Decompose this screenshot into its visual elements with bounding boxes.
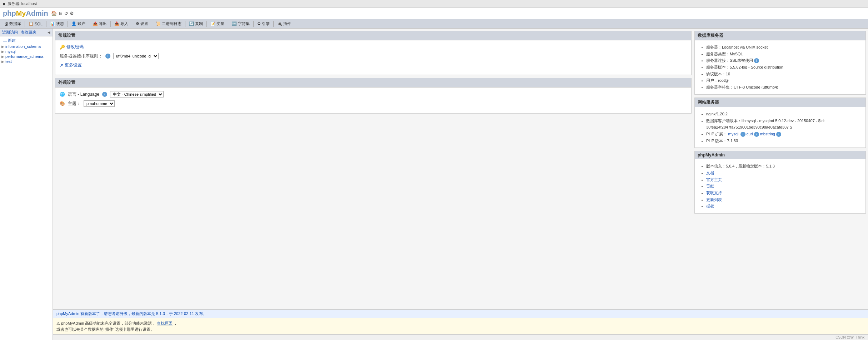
sidebar-toggle[interactable]: ◀ — [48, 30, 50, 34]
more-settings-row: ↗ 更多设置 — [60, 62, 687, 68]
toolbar-label-replicate: 复制 — [195, 21, 203, 26]
phpmyadmin-docs-link[interactable]: 文档 — [706, 171, 714, 175]
toolbar-label-account: 账户 — [78, 21, 85, 26]
app-container: ■ 服务器: localhost phpMyAdmin 🏠 🖥 ↺ ⚙ 🗄 数据… — [0, 0, 868, 340]
db-server-body: 服务器：Localhost via UNIX socket 服务器类型：MySQ… — [695, 40, 865, 94]
phpmyadmin-panel: phpMyAdmin 版本信息：5.0.4，最新稳定版本：5.1.3 文档 官方… — [694, 151, 866, 214]
theme-row: 🎨 主题： pmahomme original — [60, 100, 687, 107]
sidebar-db-item-1[interactable]: ▶ information_schema — [0, 44, 53, 49]
php-ext-mbstring-link[interactable]: mbstring — [760, 132, 775, 136]
warning-area: ⚠ phpMyAdmin 高级功能未完全设置，部分功能未激活， 查找原因 ，或者… — [53, 318, 868, 334]
toolbar-btn-replicate[interactable]: 🔄 复制 — [187, 20, 205, 27]
general-settings-panel: 常规设置 🔑 修改密码 服务器连接排序规则： i — [55, 31, 692, 75]
toolbar-btn-variable[interactable]: 📝 变量 — [208, 20, 226, 27]
reload-icon[interactable]: ↺ — [64, 11, 68, 16]
settings-small-icon[interactable]: ⚙ — [70, 11, 74, 16]
sidebar-favorites-link[interactable]: 表收藏夹 — [21, 30, 36, 35]
database-icon: 🗄 — [4, 22, 8, 26]
warning-link[interactable]: 查找原因 — [157, 321, 173, 325]
sidebar-db-name-1: information_schema — [5, 44, 41, 49]
toolbar-btn-charset[interactable]: 🔤 字符集 — [230, 20, 252, 27]
logo-icons: 🏠 🖥 ↺ ⚙ — [51, 11, 74, 16]
sidebar-db-item-2[interactable]: ▶ mysql — [0, 49, 53, 54]
notification-area: phpMyAdmin 有新版本了，请您考虑升级，最新的版本是 5.1.3，于 2… — [53, 309, 868, 318]
sidebar-db-item-4[interactable]: ▶ test — [0, 59, 53, 64]
db-server-item-6: 服务器字符集：UTF-8 Unicode (utf8mb4) — [706, 84, 861, 91]
appearance-settings-header: 外观设置 — [55, 78, 691, 88]
db-server-header: 数据库服务器 — [695, 31, 865, 40]
right-panels: 数据库服务器 服务器：Localhost via UNIX socket 服务器… — [694, 31, 866, 307]
plugin-icon: 🔌 — [277, 21, 282, 26]
logo: phpMyAdmin — [3, 9, 48, 18]
browser-title: 服务器: localhost — [8, 1, 37, 6]
sidebar: 近期访问 表收藏夹 ◀ — 新建 ▶ information_schema ▶ … — [0, 29, 53, 340]
collation-info-icon[interactable]: i — [105, 54, 110, 59]
account-icon: 👤 — [71, 21, 76, 26]
db-server-panel: 数据库服务器 服务器：Localhost via UNIX socket 服务器… — [694, 31, 866, 95]
appearance-settings-panel: 外观设置 🌐 语言 - Language i 中文 - Chinese simp… — [55, 78, 692, 114]
web-server-item-0: nginx/1.20.2 — [706, 111, 861, 118]
change-password-link[interactable]: 🔑 修改密码 — [60, 44, 84, 50]
toolbar-btn-binlog[interactable]: 📜 二进制日志 — [154, 20, 184, 27]
toolbar-btn-import[interactable]: 📥 导入 — [112, 20, 130, 27]
toolbar-sep-3 — [68, 21, 68, 27]
toolbar-btn-status[interactable]: 📊 状态 — [48, 20, 66, 27]
phpmyadmin-homepage-link[interactable]: 官方主页 — [706, 178, 722, 182]
phpmyadmin-item-2: 官方主页 — [706, 176, 861, 183]
php-ext-mysqli-link[interactable]: mysqli — [728, 132, 739, 136]
toolbar-btn-settings[interactable]: ⚙ 设置 — [134, 20, 150, 27]
toolbar-sep-6 — [132, 21, 132, 27]
ssl-info-icon[interactable]: i — [754, 58, 759, 63]
more-settings-label: 更多设置 — [65, 62, 82, 68]
toolbar-label-export: 导出 — [99, 21, 107, 26]
toolbar-btn-engine[interactable]: ⚙ 引擎 — [255, 20, 272, 27]
web-server-item-2: PHP 扩展： mysqli i curl i mbstring i — [706, 131, 861, 138]
db-server-item-1: 服务器类型：MySQL — [706, 51, 861, 58]
more-settings-link[interactable]: ↗ 更多设置 — [60, 62, 82, 68]
toolbar-label-engine: 引擎 — [262, 21, 270, 26]
phpmyadmin-support-link[interactable]: 获取支持 — [706, 191, 722, 195]
home-icon[interactable]: 🏠 — [51, 11, 57, 16]
sidebar-nav-links: 近期访问 表收藏夹 — [2, 30, 36, 35]
php-ext-curl-link[interactable]: curl — [747, 132, 753, 136]
server-icon[interactable]: 🖥 — [58, 11, 63, 16]
warning-text-1: phpMyAdmin 高级功能未完全设置，部分功能未激活， — [61, 321, 156, 325]
phpmyadmin-changelog-link[interactable]: 更新列表 — [706, 198, 722, 202]
php-ext-info-icon[interactable]: i — [740, 132, 745, 137]
sidebar-db-item-3[interactable]: ▶ performance_schema — [0, 54, 53, 59]
charset-icon: 🔤 — [232, 21, 237, 26]
general-settings-body: 🔑 修改密码 服务器连接排序规则： i utf8mb4_unicode_ci — [55, 40, 691, 75]
toolbar-sep-12 — [273, 21, 274, 27]
toolbar-label-status: 状态 — [56, 21, 64, 26]
phpmyadmin-license-link[interactable]: 授权 — [706, 204, 714, 208]
language-row: 🌐 语言 - Language i 中文 - Chinese simplifie… — [60, 91, 687, 98]
sidebar-db-name-3: performance_schema — [5, 54, 43, 59]
language-info-icon[interactable]: i — [102, 92, 107, 97]
db-icon-4: ▶ — [1, 60, 4, 64]
sidebar-nav-bar: 近期访问 表收藏夹 ◀ — [0, 29, 53, 36]
toolbar-btn-account[interactable]: 👤 账户 — [69, 20, 88, 27]
toolbar-btn-export[interactable]: 📤 导出 — [91, 20, 109, 27]
sidebar-new-button[interactable]: — 新建 — [0, 37, 53, 44]
variable-icon: 📝 — [210, 21, 215, 26]
toolbar-btn-sql[interactable]: 📋 SQL — [26, 21, 45, 27]
settings-arrow-icon: ↗ — [60, 63, 63, 68]
sidebar-recent-link[interactable]: 近期访问 — [2, 30, 18, 35]
web-server-body: nginx/1.20.2 数据库客户端版本：libmysql - mysqInd… — [695, 107, 865, 148]
toolbar-btn-plugin[interactable]: 🔌 插件 — [275, 20, 293, 27]
curl-info-icon[interactable]: i — [754, 132, 759, 137]
language-select[interactable]: 中文 - Chinese simplified English — [110, 91, 164, 98]
phpmyadmin-contribute-link[interactable]: 贡献 — [706, 184, 714, 188]
key-icon: 🔑 — [60, 45, 65, 50]
mbstring-info-icon[interactable]: i — [776, 132, 781, 137]
bottom-bar: CSDN @W_Think — [53, 334, 868, 340]
warning-icon: ⚠ — [56, 321, 60, 325]
notification-link[interactable]: phpMyAdmin 有新版本了，请您考虑升级，最新的版本是 5.1.3，于 2… — [56, 311, 207, 316]
logo-php: php — [3, 9, 16, 17]
phpmyadmin-item-6: 授权 — [706, 203, 861, 210]
theme-select[interactable]: pmahomme original — [84, 100, 115, 107]
collation-select[interactable]: utf8mb4_unicode_ci — [113, 53, 159, 59]
phpmyadmin-item-1: 文档 — [706, 170, 861, 176]
phpmyadmin-list: 版本信息：5.0.4，最新稳定版本：5.1.3 文档 官方主页 贡献 — [699, 163, 861, 210]
toolbar-btn-database[interactable]: 🗄 数据库 — [2, 20, 23, 27]
